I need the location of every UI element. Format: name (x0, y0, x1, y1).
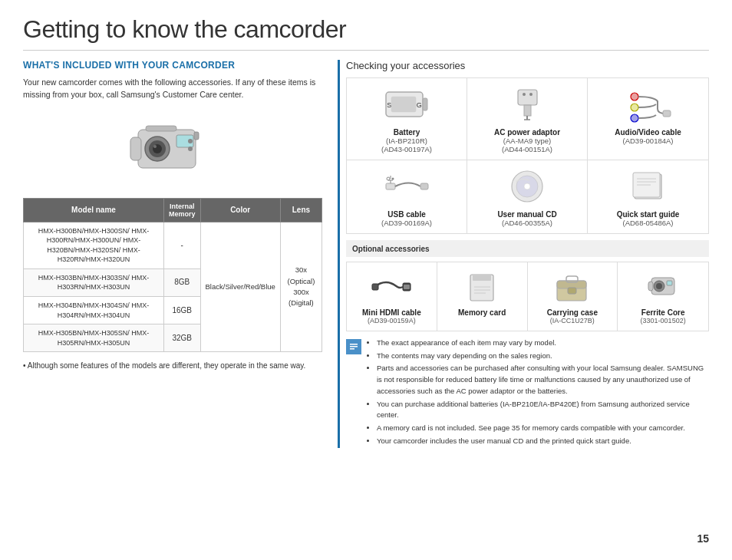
accessory-av-cable: Audio/Video cable (AD39-00184A) (588, 78, 708, 160)
svg-rect-12 (423, 98, 427, 110)
main-content: WHAT'S INCLUDED WITH YOUR CAMCORDER Your… (23, 60, 709, 456)
ac-adaptor-name: AC power adaptor (472, 128, 582, 137)
svg-point-19 (523, 93, 526, 96)
ferrite-core-code: (3301-001502) (621, 317, 705, 324)
svg-point-23 (631, 114, 638, 122)
svg-rect-61 (350, 344, 358, 345)
cd-image (472, 166, 582, 206)
svg-rect-25 (386, 183, 395, 189)
svg-point-30 (391, 178, 394, 180)
section-title-whats-included: WHAT'S INCLUDED WITH YOUR CAMCORDER (23, 60, 322, 71)
th-lens: Lens (280, 198, 321, 222)
svg-point-34 (524, 183, 530, 189)
svg-point-20 (529, 93, 533, 96)
svg-point-21 (631, 93, 638, 100)
optional-section-header: Optional accessories (346, 240, 709, 257)
accessories-section: Checking your accessories SAMSUNG (338, 60, 709, 448)
svg-rect-58 (667, 281, 672, 285)
svg-rect-63 (350, 348, 354, 350)
th-memory: InternalMemory (164, 198, 201, 222)
notes-section: The exact appearance of each item may va… (346, 338, 709, 448)
note-item: The contents may vary depending on the s… (377, 351, 709, 362)
hdmi-cable-image (350, 268, 434, 305)
quick-start-image (592, 166, 704, 206)
usb-cable-code: (AD39-00169A) (351, 219, 462, 227)
svg-rect-45 (404, 285, 410, 289)
av-cable-image (592, 84, 704, 124)
camcorder-illustration (115, 110, 230, 187)
av-cable-code: (AD39-00184A) (592, 137, 704, 145)
optional-memory-card: Memory card (437, 262, 528, 331)
svg-point-9 (188, 147, 193, 151)
page-container: Getting to know the camcorder WHAT'S INC… (0, 0, 732, 560)
svg-rect-14 (391, 97, 416, 112)
carrying-case-image (531, 268, 615, 305)
svg-point-22 (631, 104, 638, 111)
hdmi-cable-name: Mini HDMI cable (350, 308, 434, 317)
svg-rect-10 (194, 132, 199, 140)
svg-rect-47 (473, 275, 491, 281)
optional-title: Optional accessories (352, 245, 430, 253)
notes-icon (346, 339, 361, 354)
note-item: You can purchase additional batteries (I… (377, 399, 709, 421)
page-title: Getting to know the camcorder (23, 15, 709, 51)
intro-text: Your new camcorder comes with the follow… (23, 77, 322, 101)
battery-code: (IA-BP210R) (351, 137, 462, 145)
usb-cable-name: USB cable (351, 210, 462, 219)
ac-adaptor-code1: (AA-MA9 type) (472, 137, 582, 145)
av-cable-name: Audio/Video cable (592, 128, 704, 137)
svg-rect-6 (146, 126, 176, 131)
ferrite-core-name: Ferrite Core (621, 308, 705, 317)
accessory-usb-cable: USB cable (AD39-00169A) (347, 160, 467, 233)
svg-point-29 (387, 177, 390, 180)
right-column: Checking your accessories SAMSUNG (338, 60, 709, 456)
svg-rect-15 (518, 90, 537, 105)
memory-card-image (440, 268, 524, 305)
svg-rect-43 (372, 284, 378, 290)
battery-code2: (AD43-00197A) (351, 145, 462, 153)
usb-cable-image (351, 166, 462, 206)
table-footnote: Although some features of the models are… (23, 360, 322, 371)
battery-image: SAMSUNG (351, 84, 462, 124)
specs-table: Model name InternalMemory Color Lens HMX… (23, 198, 322, 353)
optional-carrying-case: Carrying case (IA-CC1U27B) (528, 262, 618, 331)
memory-card-name: Memory card (440, 308, 524, 317)
svg-rect-7 (130, 137, 141, 160)
ferrite-core-image (621, 268, 705, 305)
note-item: Your camcorder includes the user manual … (377, 436, 709, 447)
note-item: A memory card is not included. See page … (377, 423, 709, 434)
th-color: Color (200, 198, 280, 222)
accessory-quick-start: Quick start guide (AD68-05486A) (588, 160, 708, 233)
carrying-case-name: Carrying case (531, 308, 615, 317)
ac-adaptor-code2: (AD44-00151A) (472, 145, 582, 153)
quick-start-name: Quick start guide (592, 210, 704, 219)
svg-rect-54 (568, 288, 576, 294)
svg-rect-26 (420, 183, 428, 189)
svg-point-4 (153, 145, 157, 148)
carrying-case-code: (IA-CC1U27B) (531, 317, 615, 324)
cd-name: User manual CD (472, 210, 582, 219)
accessories-grid: SAMSUNG Battery (IA-BP210R) (AD43-00197A… (346, 77, 709, 234)
ac-adaptor-image (472, 84, 582, 124)
battery-name: Battery (351, 128, 462, 137)
notes-list: The exact appearance of each item may va… (368, 338, 709, 448)
note-item: Parts and accessories can be purchased a… (377, 363, 709, 397)
svg-rect-62 (350, 346, 358, 348)
svg-point-57 (656, 283, 662, 289)
accessory-user-manual-cd: User manual CD (AD46-00355A) (467, 160, 588, 233)
left-column: WHAT'S INCLUDED WITH YOUR CAMCORDER Your… (23, 60, 322, 456)
svg-point-8 (188, 139, 193, 143)
hdmi-cable-code: (AD39-00159A) (350, 317, 434, 324)
svg-rect-59 (648, 282, 653, 291)
accessory-battery: SAMSUNG Battery (IA-BP210R) (AD43-00197A… (347, 78, 467, 160)
quick-start-code: (AD68-05486A) (592, 219, 704, 227)
page-number: 15 (697, 532, 709, 545)
optional-grid: Mini HDMI cable (AD39-00159A) (346, 262, 709, 331)
accessory-ac-adaptor: AC power adaptor (AA-MA9 type) (AD44-001… (467, 78, 588, 160)
note-item: The exact appearance of each item may va… (377, 338, 709, 349)
optional-ferrite-core: Ferrite Core (3301-001502) (618, 262, 708, 331)
svg-rect-24 (663, 110, 671, 117)
th-model: Model name (24, 198, 164, 222)
cd-code: (AD46-00355A) (472, 219, 582, 227)
optional-hdmi-cable: Mini HDMI cable (AD39-00159A) (347, 262, 437, 331)
